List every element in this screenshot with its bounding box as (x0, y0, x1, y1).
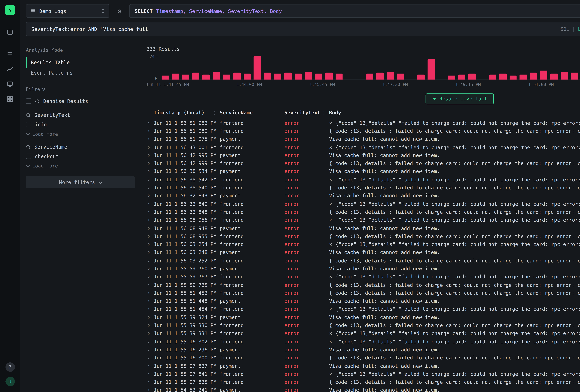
table-row[interactable]: › Jun 11 1:56:51.975 PM payment error Vi… (146, 135, 580, 143)
histogram-bar[interactable] (274, 74, 281, 79)
user-avatar[interactable]: U (5, 377, 15, 386)
info-checkbox[interactable] (26, 122, 31, 127)
sql-mode-button[interactable]: SQL (561, 26, 569, 32)
histogram-bar[interactable] (499, 74, 506, 79)
histogram-bar[interactable] (428, 59, 435, 79)
table-row[interactable]: › Jun 11 1:55:39.324 PM payment error Vi… (146, 313, 580, 321)
table-row[interactable]: › Jun 11 1:56:51.982 PM frontend error ×… (146, 119, 580, 127)
histogram-bar[interactable] (264, 73, 271, 80)
table-row[interactable]: › Jun 11 1:55:16.302 PM frontend error ×… (146, 338, 580, 346)
histogram-bar[interactable] (520, 75, 527, 80)
row-expand-chevron[interactable]: › (146, 282, 154, 287)
table-row[interactable]: › Jun 11 1:55:07.841 PM frontend error ×… (146, 370, 580, 378)
histogram-bar[interactable] (203, 75, 210, 80)
table-row[interactable]: › Jun 11 1:56:08.955 PM frontend error {… (146, 232, 580, 240)
table-row[interactable]: › Jun 11 1:55:39.330 PM frontend error {… (146, 321, 580, 329)
histogram-bar[interactable] (192, 73, 199, 80)
histogram-bar[interactable] (305, 72, 312, 80)
histogram-bar[interactable] (325, 73, 332, 80)
table-row[interactable]: › Jun 11 1:56:03.248 PM payment error Vi… (146, 249, 580, 257)
header-body[interactable]: Body (329, 110, 580, 115)
table-row[interactable]: › Jun 11 1:55:39.331 PM frontend error ×… (146, 329, 580, 338)
histogram-bar[interactable] (397, 74, 404, 79)
denoise-checkbox[interactable] (26, 99, 31, 104)
facet-severitytext[interactable]: SeverityText (26, 110, 135, 120)
table-row[interactable]: › Jun 11 1:55:59.765 PM frontend error {… (146, 281, 580, 289)
row-expand-chevron[interactable]: › (146, 169, 154, 174)
column-resize-handle[interactable]: ⋮ (212, 110, 220, 115)
more-filters-button[interactable]: More filters (26, 176, 135, 188)
table-row[interactable]: › Jun 11 1:56:32.848 PM frontend error {… (146, 208, 580, 216)
row-expand-chevron[interactable]: › (146, 185, 154, 190)
table-row[interactable]: › Jun 11 1:56:08.956 PM frontend error ×… (146, 216, 580, 224)
histogram-bar[interactable] (561, 72, 568, 80)
table-row[interactable]: › Jun 11 1:55:59.767 PM frontend error ×… (146, 273, 580, 281)
row-expand-chevron[interactable]: › (146, 234, 154, 239)
row-expand-chevron[interactable]: › (146, 274, 154, 279)
table-row[interactable]: › Jun 11 1:55:59.760 PM payment error Vi… (146, 264, 580, 273)
header-servicename[interactable]: ServiceName ⋮ (220, 110, 284, 115)
checkout-checkbox[interactable] (26, 153, 31, 159)
row-expand-chevron[interactable]: › (146, 315, 154, 320)
table-row[interactable]: › Jun 11 1:56:03.252 PM frontend error {… (146, 257, 580, 265)
load-more-severity[interactable]: Load more (26, 129, 135, 138)
table-row[interactable]: › Jun 11 1:56:03.254 PM frontend error ×… (146, 240, 580, 249)
row-expand-chevron[interactable]: › (146, 161, 154, 166)
select-columns-input[interactable]: SELECT Timestamp, ServiceName, SeverityT… (129, 4, 580, 18)
mode-results-table[interactable]: Results Table (26, 57, 135, 68)
row-expand-chevron[interactable]: › (146, 226, 154, 231)
table-row[interactable]: › Jun 11 1:56:38.540 PM frontend error {… (146, 184, 580, 192)
histogram-bar[interactable] (448, 76, 455, 80)
table-row[interactable]: › Jun 11 1:54:52.241 PM payment error Vi… (146, 386, 580, 392)
row-expand-chevron[interactable]: › (146, 152, 154, 158)
row-expand-chevron[interactable]: › (146, 306, 154, 312)
row-expand-chevron[interactable]: › (146, 209, 154, 215)
column-resize-handle[interactable]: ⋮ (322, 110, 329, 115)
table-row[interactable]: › Jun 11 1:56:42.999 PM frontend error {… (146, 159, 580, 167)
row-expand-chevron[interactable]: › (146, 128, 154, 133)
row-expand-chevron[interactable]: › (146, 144, 154, 150)
table-row[interactable]: › Jun 11 1:56:42.995 PM payment error Vi… (146, 151, 580, 159)
table-row[interactable]: › Jun 11 1:55:16.296 PM payment error Vi… (146, 346, 580, 354)
facet-servicename[interactable]: ServiceName (26, 142, 135, 151)
monitor-icon[interactable] (4, 79, 15, 89)
row-expand-chevron[interactable]: › (146, 120, 154, 126)
histogram-bar[interactable] (213, 72, 220, 80)
table-row[interactable]: › Jun 11 1:56:08.948 PM payment error Vi… (146, 224, 580, 232)
table-row[interactable]: › Jun 11 1:56:43.001 PM frontend error ×… (146, 143, 580, 151)
filter-option-checkout[interactable]: checkout (26, 151, 135, 161)
search-explorer-icon[interactable] (4, 27, 15, 38)
histogram-bar[interactable] (489, 75, 496, 80)
logs-icon[interactable] (4, 49, 15, 60)
row-expand-chevron[interactable]: › (146, 136, 154, 142)
table-row[interactable]: › Jun 11 1:55:07.827 PM payment error Vi… (146, 362, 580, 370)
table-row[interactable]: › Jun 11 1:55:16.300 PM frontend error {… (146, 354, 580, 362)
row-expand-chevron[interactable]: › (146, 347, 154, 352)
histogram-bar[interactable] (387, 72, 394, 80)
denoise-results-toggle[interactable]: Denoise Results (26, 96, 135, 106)
histogram-bar[interactable] (182, 75, 189, 80)
histogram-bar[interactable] (468, 74, 476, 79)
mode-event-patterns[interactable]: Event Patterns (26, 68, 135, 78)
filter-option-info[interactable]: info (26, 120, 135, 129)
table-row[interactable]: › Jun 11 1:56:32.843 PM payment error Vi… (146, 192, 580, 200)
table-row[interactable]: › Jun 11 1:55:51.452 PM frontend error {… (146, 289, 580, 297)
histogram-bar[interactable] (571, 73, 578, 80)
histogram-bar[interactable] (540, 71, 547, 80)
row-expand-chevron[interactable]: › (146, 177, 154, 182)
search-input[interactable]: SeverityText:error AND "Visa cache full"… (26, 22, 580, 36)
row-expand-chevron[interactable]: › (146, 266, 154, 271)
histogram-bar[interactable] (161, 76, 169, 80)
load-more-service[interactable]: Load more (26, 161, 135, 170)
row-expand-chevron[interactable]: › (146, 258, 154, 263)
lucene-mode-button[interactable]: Lucene (578, 26, 580, 32)
header-timestamp[interactable]: Timestamp (Local) ⋮ (153, 110, 220, 115)
histogram-bar[interactable] (509, 76, 517, 80)
row-expand-chevron[interactable]: › (146, 290, 154, 296)
row-expand-chevron[interactable]: › (146, 371, 154, 377)
histogram-bar[interactable] (172, 74, 179, 79)
table-row[interactable]: › Jun 11 1:55:51.448 PM payment error Vi… (146, 297, 580, 305)
histogram-bar[interactable] (243, 74, 251, 79)
row-expand-chevron[interactable]: › (146, 193, 154, 198)
help-button[interactable]: ? (5, 362, 15, 372)
